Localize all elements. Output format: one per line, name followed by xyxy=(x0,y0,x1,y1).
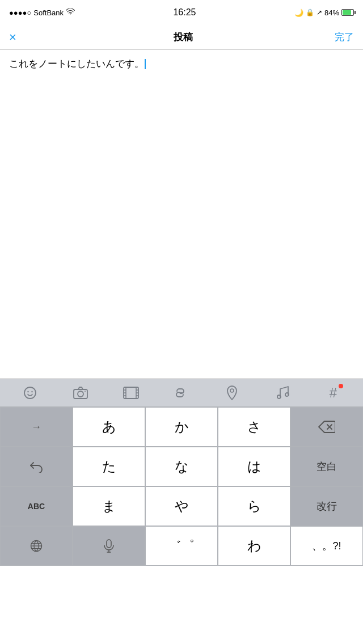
location-icon[interactable] xyxy=(220,380,244,405)
location-icon: ↗ xyxy=(316,9,322,16)
key-punctuation[interactable]: 、。?! xyxy=(290,526,363,566)
link-icon[interactable] xyxy=(169,380,194,405)
key-arrow-right[interactable]: → xyxy=(0,407,73,447)
key-ma[interactable]: ま xyxy=(73,486,145,526)
text-area[interactable]: これをノートにしたいんです。 xyxy=(0,50,363,379)
key-ra[interactable]: ら xyxy=(218,486,290,526)
status-bar: ●●●●○ SoftBank 16:25 🌙 🔒 ↗ 84% xyxy=(0,0,363,25)
keyboard-row-4: ゛゜ わ 、。?! xyxy=(0,526,363,566)
key-globe[interactable] xyxy=(0,526,73,566)
svg-point-17 xyxy=(285,393,289,396)
key-ka[interactable]: か xyxy=(145,407,218,447)
svg-point-5 xyxy=(85,391,86,392)
signal-dots: ●●●●○ xyxy=(9,9,31,17)
notification-dot xyxy=(339,384,343,388)
hashtag-icon[interactable]: # xyxy=(320,380,345,405)
keyboard-toolbar: # xyxy=(0,379,363,407)
carrier-name: SoftBank xyxy=(33,9,64,17)
key-na[interactable]: な xyxy=(145,447,218,486)
key-ya[interactable]: や xyxy=(145,486,218,526)
battery-icon xyxy=(341,9,354,16)
key-a[interactable]: あ xyxy=(73,407,145,447)
keyboard-row-2: た な は 空白 xyxy=(0,447,363,486)
svg-point-15 xyxy=(230,389,234,392)
camera-icon[interactable] xyxy=(68,380,93,405)
key-dakuten[interactable]: ゛゜ xyxy=(145,526,218,566)
done-button[interactable]: 完了 xyxy=(335,31,354,44)
moon-icon: 🌙 xyxy=(294,9,303,17)
key-ta[interactable]: た xyxy=(73,447,145,486)
emoji-icon[interactable] xyxy=(18,380,43,405)
cursor xyxy=(145,59,146,69)
key-abc[interactable]: ABC xyxy=(0,486,73,526)
key-mic[interactable] xyxy=(73,526,145,566)
svg-point-16 xyxy=(277,395,281,399)
key-ha[interactable]: は xyxy=(218,447,290,486)
key-delete[interactable] xyxy=(290,407,363,447)
wifi-icon xyxy=(66,9,75,17)
page-title: 投稿 xyxy=(174,31,193,44)
keyboard-row-3: ABC ま や ら 改行 xyxy=(0,486,363,526)
key-space[interactable]: 空白 xyxy=(290,447,363,486)
key-sa[interactable]: さ xyxy=(218,407,290,447)
svg-point-0 xyxy=(24,387,36,399)
keyboard-row-1: → あ か さ xyxy=(0,407,363,447)
keyboard: → あ か さ た な xyxy=(0,407,363,566)
nav-bar: × 投稿 完了 xyxy=(0,25,363,50)
key-return[interactable]: 改行 xyxy=(290,486,363,526)
text-value: これをノートにしたいんです。 xyxy=(9,58,144,69)
svg-point-4 xyxy=(78,391,83,397)
status-carrier: ●●●●○ SoftBank xyxy=(9,9,75,17)
status-time: 16:25 xyxy=(173,7,196,18)
battery-percent: 84% xyxy=(324,9,339,17)
close-button[interactable]: × xyxy=(9,30,32,45)
svg-point-1 xyxy=(27,391,28,392)
film-icon[interactable] xyxy=(119,380,143,405)
text-content: これをノートにしたいんです。 xyxy=(9,57,354,71)
status-indicators: 🌙 🔒 ↗ 84% xyxy=(294,9,354,17)
svg-point-2 xyxy=(31,391,32,392)
music-icon[interactable] xyxy=(270,380,295,405)
svg-rect-19 xyxy=(107,540,111,548)
key-wa[interactable]: わ xyxy=(218,526,290,566)
lock-icon: 🔒 xyxy=(306,9,314,16)
key-undo[interactable] xyxy=(0,447,73,486)
